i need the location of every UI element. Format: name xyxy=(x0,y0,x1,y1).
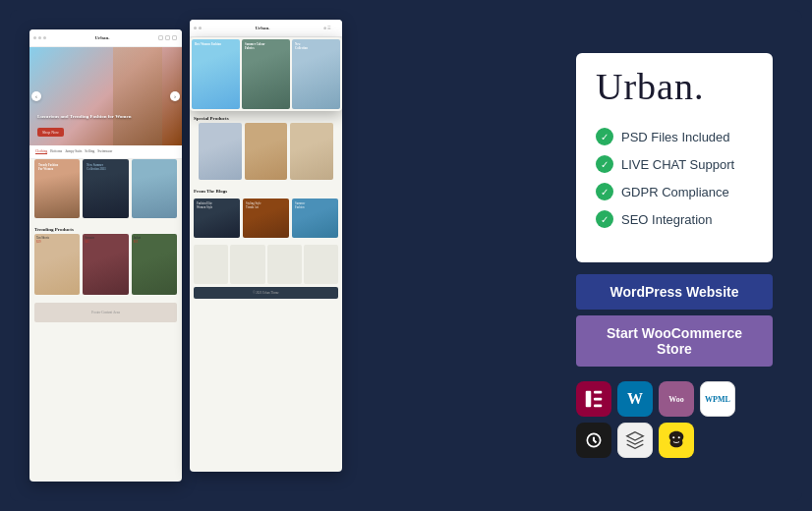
nav-dot xyxy=(33,36,36,39)
footer-dark-text: © 2023 Urban Theme xyxy=(253,291,278,295)
svg-rect-1 xyxy=(594,391,602,394)
wpml-text: WPML xyxy=(705,395,730,404)
svg-rect-2 xyxy=(594,398,602,401)
nav-dot xyxy=(194,27,197,29)
mock-logo: Urban. xyxy=(94,35,109,40)
product-price-2: $45 xyxy=(85,240,126,244)
trending-title: Trending Products xyxy=(29,223,182,234)
plugin-wpml[interactable]: WPML xyxy=(700,381,735,417)
figure-2: New SummerCollection 2023 xyxy=(83,159,128,218)
product-info: Tan Shorts $29 xyxy=(34,234,80,246)
hero-col-2: Summer ColourFabrics xyxy=(242,39,290,109)
mock-website-right: Urban. ⊕ ☰ Best Women Fashion Summer Col… xyxy=(190,20,342,472)
check-icon-gdpr: ✓ xyxy=(596,183,613,200)
check-icon-chat: ✓ xyxy=(596,155,613,173)
hero-col-1: Best Women Fashion xyxy=(192,39,240,109)
blog-text-1: Fashion EliteWomen Style xyxy=(194,199,240,212)
blog-item-1[interactable]: Fashion EliteWomen Style xyxy=(194,199,240,238)
blog-item-2[interactable]: Styling StyleTrends Art xyxy=(243,199,289,238)
preview-section: Urban. ‹ › Luxurious and Trending Fashio… xyxy=(29,20,344,491)
blog-grid: Fashion EliteWomen Style Styling StyleTr… xyxy=(194,199,338,238)
main-container: Urban. ‹ › Luxurious and Trending Fashio… xyxy=(10,10,802,501)
svg-rect-0 xyxy=(586,391,592,408)
nav-item-clothing[interactable]: Clothing xyxy=(35,149,47,154)
product-green[interactable]: Jacket $65 xyxy=(132,234,177,295)
nav-dot xyxy=(38,36,41,39)
product-tan[interactable]: Tan Shorts $29 xyxy=(34,234,80,295)
mock-footer-text: Footer Content Area xyxy=(91,311,120,314)
product-price: $29 xyxy=(36,240,78,244)
nav-dot xyxy=(43,36,46,39)
nav-item-bottoms[interactable]: Bottoms xyxy=(50,149,62,154)
nav-item-selling[interactable]: Selling xyxy=(85,149,94,154)
product-blue-tank[interactable] xyxy=(199,123,242,180)
mock-right-header: Urban. ⊕ ☰ xyxy=(190,20,342,37)
footer-col-2 xyxy=(230,245,264,284)
mock-website-left: Urban. ‹ › Luxurious and Trending Fashio… xyxy=(29,29,182,482)
svg-point-5 xyxy=(672,436,674,438)
footer-cols xyxy=(194,245,338,284)
mock-right-icons: ⊕ ☰ xyxy=(323,26,338,30)
hero-col-label-2: Summer ColourFabrics xyxy=(245,42,265,50)
feature-psd-text: PSD Files Included xyxy=(621,130,730,144)
mock-right-bottom: © 2023 Urban Theme xyxy=(190,238,342,302)
footer-dark: © 2023 Urban Theme xyxy=(194,287,338,299)
feature-gdpr: ✓ GDPR Compliance xyxy=(596,183,753,200)
svg-point-6 xyxy=(678,436,680,438)
feature-seo: ✓ SEO Integration xyxy=(596,210,753,228)
feature-live-chat: ✓ LIVE CHAT Support xyxy=(596,155,753,173)
plugin-revslider[interactable] xyxy=(576,423,611,458)
product-beige-boot[interactable] xyxy=(290,123,333,180)
feature-chat-text: LIVE CHAT Support xyxy=(621,157,734,172)
product-beige-bag[interactable] xyxy=(245,123,288,180)
product-info-3: Jacket $65 xyxy=(132,234,177,246)
cta-woocommerce-btn[interactable]: Start WooCommerce Store xyxy=(576,315,773,367)
product-info-2: Sweater $45 xyxy=(83,234,128,246)
mock-arrow-right[interactable]: › xyxy=(170,91,180,101)
mock-fashion-block: Trendy FashionFor Women New SummerCollec… xyxy=(29,159,182,223)
product-wine[interactable]: Sweater $45 xyxy=(83,234,128,295)
mock-hero-btn[interactable]: Shop Now xyxy=(37,128,64,137)
blog-text-3: SummerFashion xyxy=(292,199,338,212)
brand-title: Urban. xyxy=(596,65,753,108)
icon-menu xyxy=(172,35,177,40)
footer-col-1 xyxy=(194,245,228,284)
brand-container: Urban. ✓ PSD Files Included ✓ LIVE CHAT … xyxy=(576,53,773,262)
mock-hero-text: Luxurious and Trending Fashion for Women xyxy=(37,113,174,120)
mock-arrow-left[interactable]: ‹ xyxy=(31,91,41,101)
plugin-wordpress[interactable]: W xyxy=(617,381,653,417)
plugin-icons: W Woo WPML xyxy=(576,381,773,458)
nav-item-swimwear[interactable]: Swimwear xyxy=(97,149,112,154)
plugin-layer[interactable] xyxy=(617,423,653,458)
mock-nav-dots xyxy=(33,36,46,39)
info-section: Urban. ✓ PSD Files Included ✓ LIVE CHAT … xyxy=(566,33,783,478)
figure-text: Trendy FashionFor Women xyxy=(34,159,80,175)
feature-seo-text: SEO Integration xyxy=(621,212,713,227)
plugin-mailchimp[interactable] xyxy=(659,423,694,458)
plugin-woocommerce[interactable]: Woo xyxy=(659,381,694,417)
special-products-title: Special Products xyxy=(194,114,338,123)
mock-hero: ‹ › Luxurious and Trending Fashion for W… xyxy=(29,47,182,145)
blog-item-3[interactable]: SummerFashion xyxy=(292,199,338,238)
nav-item-jumpy[interactable]: Jumpy Suits xyxy=(65,149,82,154)
product-price-3: $65 xyxy=(134,240,175,244)
woo-text: Woo xyxy=(668,395,684,404)
figure-1: Trendy FashionFor Women xyxy=(34,159,80,218)
check-icon-seo: ✓ xyxy=(596,210,613,228)
footer-col-4 xyxy=(304,245,338,284)
product-grid: Tan Shorts $29 Sweater $45 Jacket $65 xyxy=(29,234,182,300)
mock-right-nav-dots xyxy=(194,27,202,29)
blog-text-2: Styling StyleTrends Art xyxy=(243,199,289,212)
hero-col-3: NewCollection xyxy=(292,39,340,109)
hero-col-label-3: NewCollection xyxy=(295,42,308,50)
mock-right-logo: Urban. xyxy=(255,26,269,30)
plugin-elementor[interactable] xyxy=(576,381,611,417)
mock-icons xyxy=(158,35,178,41)
mock-right-hero: Best Women Fashion Summer ColourFabrics … xyxy=(190,37,342,111)
mock-nav-items: Clothing Bottoms Jumpy Suits Selling Swi… xyxy=(29,145,182,159)
footer-col-3 xyxy=(267,245,302,284)
cta-wordpress-btn[interactable]: WordPress Website xyxy=(576,274,773,310)
check-icon-psd: ✓ xyxy=(596,128,613,145)
mock-hero-overlay: Luxurious and Trending Fashion for Women… xyxy=(37,113,174,138)
special-products-section: Special Products xyxy=(190,111,342,185)
